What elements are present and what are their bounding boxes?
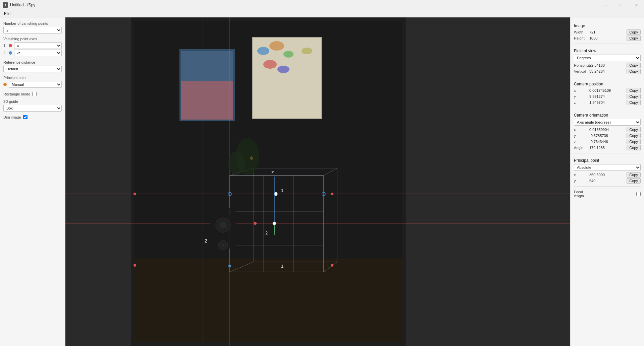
svg-point-10: [283, 51, 293, 58]
cam-orient-label: Camera orientation: [574, 113, 641, 118]
svg-point-53: [218, 240, 228, 250]
svg-text:2: 2: [205, 238, 207, 244]
guide-3d-label: 3D guide: [3, 99, 62, 103]
horizontal-value: 22.54160: [589, 63, 625, 67]
maximize-button[interactable]: □: [613, 0, 629, 10]
dim-image-checkbox[interactable]: [23, 115, 28, 119]
height-label: Height: [574, 36, 588, 40]
focal-length-row: Focal length: [574, 190, 641, 198]
pp-x-copy-button[interactable]: Copy: [627, 172, 641, 178]
focal-length-checkbox[interactable]: [636, 192, 641, 196]
width-value: 721: [589, 30, 625, 34]
svg-point-29: [228, 192, 231, 196]
fov-unit-select[interactable]: Degrees Radians: [574, 55, 641, 61]
divider-3: [574, 108, 641, 108]
horizontal-copy-button[interactable]: Copy: [627, 63, 641, 68]
vp1-axis-select[interactable]: x y z: [14, 42, 62, 49]
height-copy-button[interactable]: Copy: [627, 36, 641, 41]
cam-z-value: 1.849704: [589, 100, 625, 105]
width-label: Width: [574, 30, 588, 34]
orient-angle-copy-button[interactable]: Copy: [627, 145, 641, 150]
orient-x-row: x 0.01659904 Copy: [574, 127, 641, 132]
cam-x-row: x 0.001745109 Copy: [574, 88, 641, 93]
svg-point-46: [273, 222, 276, 225]
cam-y-row: y 9.891274 Copy: [574, 94, 641, 99]
pp-mode-select[interactable]: Absolute Relative: [574, 164, 641, 171]
menubar: File: [0, 10, 644, 17]
svg-rect-4: [181, 51, 233, 120]
guide-3d-select[interactable]: Box None: [3, 105, 62, 112]
pp-color-dot: [3, 83, 7, 86]
svg-point-41: [228, 265, 231, 267]
orient-x-label: x: [574, 128, 588, 132]
pp-y-value: 540: [589, 179, 625, 183]
svg-point-34: [331, 193, 333, 195]
dim-image-section: Dim image: [3, 115, 62, 119]
orientation-mode-select[interactable]: Axis angle (degrees) Euler angles Rotati…: [574, 119, 641, 126]
horizontal-row: Horizontal 22.54160 Copy: [574, 63, 641, 68]
svg-rect-5: [181, 81, 233, 120]
left-panel: Number of vanishing points 2 1 3 Vanishi…: [0, 17, 65, 346]
principal-point-select[interactable]: Manual Center: [9, 81, 62, 88]
vp2-row: 2 -z z x y: [3, 50, 62, 56]
cam-x-copy-button[interactable]: Copy: [627, 88, 641, 93]
vanishing-points-select[interactable]: 2 1 3: [3, 27, 62, 33]
window-title: Untitled - fSpy: [10, 3, 35, 7]
pp-y-row: y 540 Copy: [574, 178, 641, 184]
cam-x-value: 0.001745109: [589, 88, 625, 92]
orient-y-copy-button[interactable]: Copy: [627, 133, 641, 138]
principal-point-row: Manual Center: [3, 81, 62, 88]
pp-section-label: Principal point: [574, 158, 641, 163]
orient-z-copy-button[interactable]: Copy: [627, 139, 641, 144]
rectangle-mode-label: Rectangle mode: [3, 92, 30, 96]
orient-z-label: z: [574, 140, 588, 144]
close-button[interactable]: ✕: [629, 0, 644, 10]
height-value: 1080: [589, 36, 625, 40]
svg-point-35: [133, 264, 136, 267]
cam-z-copy-button[interactable]: Copy: [627, 100, 641, 105]
width-row: Width 721 Copy: [574, 29, 641, 35]
cam-y-copy-button[interactable]: Copy: [627, 94, 641, 99]
svg-point-33: [133, 193, 136, 195]
orient-y-label: y: [574, 134, 588, 138]
vertical-copy-button[interactable]: Copy: [627, 69, 641, 74]
orient-y-row: y -0.6785738 Copy: [574, 133, 641, 138]
app-icon: f: [3, 2, 8, 8]
svg-point-31: [322, 192, 325, 196]
vertical-row: Vertical 33.24284 Copy: [574, 69, 641, 74]
horizontal-label: Horizontal: [574, 63, 588, 67]
svg-line-19: [324, 262, 337, 272]
svg-point-36: [331, 264, 333, 267]
svg-point-45: [254, 222, 257, 225]
svg-point-32: [274, 192, 277, 196]
svg-point-12: [277, 66, 289, 73]
vp1-color-dot: [9, 44, 12, 47]
svg-point-8: [257, 47, 269, 55]
vp2-color-dot: [9, 51, 12, 55]
svg-text:Z: Z: [271, 170, 274, 175]
orient-x-value: 0.01659904: [589, 128, 625, 132]
focal-length-label: Focal length: [574, 190, 588, 198]
ref-distance-select[interactable]: Default: [3, 66, 62, 72]
ref-distance-label: Reference distance: [3, 60, 62, 64]
orient-x-copy-button[interactable]: Copy: [627, 127, 641, 132]
vertical-value: 33.24284: [589, 69, 625, 73]
pp-y-copy-button[interactable]: Copy: [627, 178, 641, 184]
dim-image-label: Dim image: [3, 115, 21, 119]
svg-point-11: [263, 60, 277, 69]
minimize-button[interactable]: ─: [598, 0, 613, 10]
orient-angle-value: 179.1285: [589, 146, 625, 150]
main-layout: Number of vanishing points 2 1 3 Vanishi…: [0, 17, 644, 346]
titlebar: f Untitled - fSpy ─ □ ✕: [0, 0, 644, 10]
pp-x-value: 360.5000: [589, 173, 625, 177]
width-copy-button[interactable]: Copy: [627, 29, 641, 35]
svg-rect-7: [253, 38, 321, 118]
divider-2: [574, 77, 641, 77]
menu-file[interactable]: File: [1, 11, 13, 17]
rectangle-mode-checkbox[interactable]: [32, 92, 37, 96]
vp-axes-section: Vanishing point axes 1 x y z 2 -z z x y: [3, 37, 62, 57]
vp2-axis-select[interactable]: -z z x y: [14, 50, 62, 56]
orient-z-row: z -0.7343446 Copy: [574, 139, 641, 144]
canvas-area[interactable]: 2 1 1 2 Z: [65, 17, 570, 346]
divider-1: [574, 44, 641, 44]
